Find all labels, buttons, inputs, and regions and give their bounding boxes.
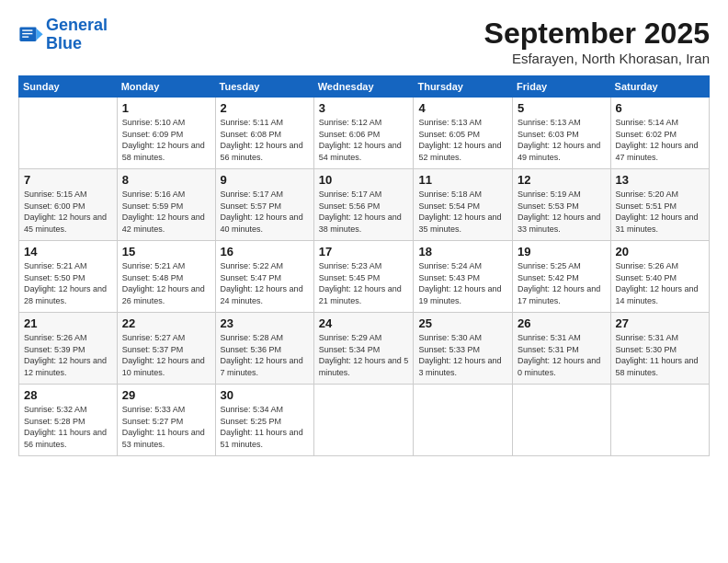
day-info: Sunrise: 5:27 AMSunset: 5:37 PMDaylight:… <box>122 332 210 378</box>
day-number: 17 <box>319 245 409 259</box>
day-number: 10 <box>319 173 409 187</box>
day-number: 20 <box>616 245 704 259</box>
day-info: Sunrise: 5:17 AMSunset: 5:56 PMDaylight:… <box>319 189 409 235</box>
day-cell <box>313 385 414 456</box>
day-cell: 25Sunrise: 5:30 AMSunset: 5:33 PMDayligh… <box>414 313 513 385</box>
day-cell: 13Sunrise: 5:20 AMSunset: 5:51 PMDayligh… <box>610 169 709 241</box>
day-cell: 16Sunrise: 5:22 AMSunset: 5:47 PMDayligh… <box>215 241 313 313</box>
day-cell: 30Sunrise: 5:34 AMSunset: 5:25 PMDayligh… <box>215 385 313 456</box>
day-cell: 19Sunrise: 5:25 AMSunset: 5:42 PMDayligh… <box>513 241 610 313</box>
day-cell: 22Sunrise: 5:27 AMSunset: 5:37 PMDayligh… <box>117 313 215 385</box>
day-cell: 5Sunrise: 5:13 AMSunset: 6:03 PMDaylight… <box>513 98 610 169</box>
week-row-3: 14Sunrise: 5:21 AMSunset: 5:50 PMDayligh… <box>19 241 710 313</box>
day-cell: 21Sunrise: 5:26 AMSunset: 5:39 PMDayligh… <box>19 313 118 385</box>
day-number: 12 <box>518 173 605 187</box>
day-info: Sunrise: 5:31 AMSunset: 5:31 PMDaylight:… <box>518 332 605 378</box>
day-number: 5 <box>518 101 605 115</box>
day-number: 11 <box>418 173 507 187</box>
day-number: 27 <box>616 316 704 330</box>
day-cell: 1Sunrise: 5:10 AMSunset: 6:09 PMDaylight… <box>117 98 215 169</box>
day-info: Sunrise: 5:21 AMSunset: 5:50 PMDaylight:… <box>24 260 112 306</box>
day-cell: 12Sunrise: 5:19 AMSunset: 5:53 PMDayligh… <box>513 169 610 241</box>
day-info: Sunrise: 5:14 AMSunset: 6:02 PMDaylight:… <box>616 117 704 163</box>
logo-blue: Blue <box>46 34 82 52</box>
logo-text: General Blue <box>46 17 108 53</box>
day-number: 8 <box>122 173 210 187</box>
day-info: Sunrise: 5:13 AMSunset: 6:05 PMDaylight:… <box>418 117 507 163</box>
day-number: 26 <box>518 316 605 330</box>
svg-rect-2 <box>22 29 32 30</box>
day-info: Sunrise: 5:33 AMSunset: 5:27 PMDaylight:… <box>122 404 210 450</box>
day-info: Sunrise: 5:25 AMSunset: 5:42 PMDaylight:… <box>518 260 605 306</box>
day-number: 3 <box>319 101 409 115</box>
header-sunday: Sunday <box>19 76 118 98</box>
logo: General Blue <box>18 17 108 53</box>
day-cell: 24Sunrise: 5:29 AMSunset: 5:34 PMDayligh… <box>313 313 414 385</box>
day-cell: 28Sunrise: 5:32 AMSunset: 5:28 PMDayligh… <box>19 385 118 456</box>
day-cell: 15Sunrise: 5:21 AMSunset: 5:48 PMDayligh… <box>117 241 215 313</box>
day-cell: 20Sunrise: 5:26 AMSunset: 5:40 PMDayligh… <box>610 241 709 313</box>
day-number: 9 <box>221 173 309 187</box>
day-number: 28 <box>24 388 112 402</box>
day-cell: 14Sunrise: 5:21 AMSunset: 5:50 PMDayligh… <box>19 241 118 313</box>
day-info: Sunrise: 5:17 AMSunset: 5:57 PMDaylight:… <box>221 189 309 235</box>
day-info: Sunrise: 5:29 AMSunset: 5:34 PMDaylight:… <box>319 332 409 378</box>
calendar-table: SundayMondayTuesdayWednesdayThursdayFrid… <box>18 75 710 456</box>
header-monday: Monday <box>117 76 215 98</box>
day-info: Sunrise: 5:32 AMSunset: 5:28 PMDaylight:… <box>24 404 112 450</box>
day-number: 23 <box>221 316 309 330</box>
day-info: Sunrise: 5:18 AMSunset: 5:54 PMDaylight:… <box>418 189 507 235</box>
day-number: 13 <box>616 173 704 187</box>
day-cell <box>414 385 513 456</box>
day-cell: 10Sunrise: 5:17 AMSunset: 5:56 PMDayligh… <box>313 169 414 241</box>
day-cell: 29Sunrise: 5:33 AMSunset: 5:27 PMDayligh… <box>117 385 215 456</box>
day-number: 7 <box>24 173 112 187</box>
day-info: Sunrise: 5:24 AMSunset: 5:43 PMDaylight:… <box>418 260 507 306</box>
day-info: Sunrise: 5:10 AMSunset: 6:09 PMDaylight:… <box>122 117 210 163</box>
day-number: 25 <box>418 316 507 330</box>
day-number: 1 <box>122 101 210 115</box>
day-info: Sunrise: 5:30 AMSunset: 5:33 PMDaylight:… <box>418 332 507 378</box>
day-cell: 3Sunrise: 5:12 AMSunset: 6:06 PMDaylight… <box>313 98 414 169</box>
day-cell: 27Sunrise: 5:31 AMSunset: 5:30 PMDayligh… <box>610 313 709 385</box>
logo-icon <box>18 22 44 48</box>
day-number: 24 <box>319 316 409 330</box>
header-thursday: Thursday <box>414 76 513 98</box>
day-number: 22 <box>122 316 210 330</box>
day-cell: 8Sunrise: 5:16 AMSunset: 5:59 PMDaylight… <box>117 169 215 241</box>
day-number: 15 <box>122 245 210 259</box>
header-wednesday: Wednesday <box>313 76 414 98</box>
day-cell: 11Sunrise: 5:18 AMSunset: 5:54 PMDayligh… <box>414 169 513 241</box>
day-info: Sunrise: 5:20 AMSunset: 5:51 PMDaylight:… <box>616 189 704 235</box>
week-row-5: 28Sunrise: 5:32 AMSunset: 5:28 PMDayligh… <box>19 385 710 456</box>
day-number: 6 <box>616 101 704 115</box>
day-info: Sunrise: 5:13 AMSunset: 6:03 PMDaylight:… <box>518 117 605 163</box>
location-title: Esfarayen, North Khorasan, Iran <box>484 51 710 66</box>
svg-rect-4 <box>22 36 28 37</box>
month-title: September 2025 <box>484 17 710 51</box>
day-info: Sunrise: 5:26 AMSunset: 5:40 PMDaylight:… <box>616 260 704 306</box>
week-row-1: 1Sunrise: 5:10 AMSunset: 6:09 PMDaylight… <box>19 98 710 169</box>
page-header: General Blue September 2025 Esfarayen, N… <box>18 17 710 66</box>
day-number: 14 <box>24 245 112 259</box>
day-cell: 23Sunrise: 5:28 AMSunset: 5:36 PMDayligh… <box>215 313 313 385</box>
header-saturday: Saturday <box>610 76 709 98</box>
day-number: 2 <box>221 101 309 115</box>
day-number: 4 <box>418 101 507 115</box>
day-info: Sunrise: 5:11 AMSunset: 6:08 PMDaylight:… <box>221 117 309 163</box>
day-info: Sunrise: 5:22 AMSunset: 5:47 PMDaylight:… <box>221 260 309 306</box>
day-number: 19 <box>518 245 605 259</box>
day-cell: 18Sunrise: 5:24 AMSunset: 5:43 PMDayligh… <box>414 241 513 313</box>
week-row-4: 21Sunrise: 5:26 AMSunset: 5:39 PMDayligh… <box>19 313 710 385</box>
day-info: Sunrise: 5:31 AMSunset: 5:30 PMDaylight:… <box>616 332 704 378</box>
calendar-header-row: SundayMondayTuesdayWednesdayThursdayFrid… <box>19 76 710 98</box>
day-cell: 9Sunrise: 5:17 AMSunset: 5:57 PMDaylight… <box>215 169 313 241</box>
day-info: Sunrise: 5:19 AMSunset: 5:53 PMDaylight:… <box>518 189 605 235</box>
day-info: Sunrise: 5:23 AMSunset: 5:45 PMDaylight:… <box>319 260 409 306</box>
day-info: Sunrise: 5:21 AMSunset: 5:48 PMDaylight:… <box>122 260 210 306</box>
day-info: Sunrise: 5:15 AMSunset: 6:00 PMDaylight:… <box>24 189 112 235</box>
day-cell: 4Sunrise: 5:13 AMSunset: 6:05 PMDaylight… <box>414 98 513 169</box>
day-cell: 26Sunrise: 5:31 AMSunset: 5:31 PMDayligh… <box>513 313 610 385</box>
day-cell: 7Sunrise: 5:15 AMSunset: 6:00 PMDaylight… <box>19 169 118 241</box>
day-info: Sunrise: 5:34 AMSunset: 5:25 PMDaylight:… <box>221 404 309 450</box>
